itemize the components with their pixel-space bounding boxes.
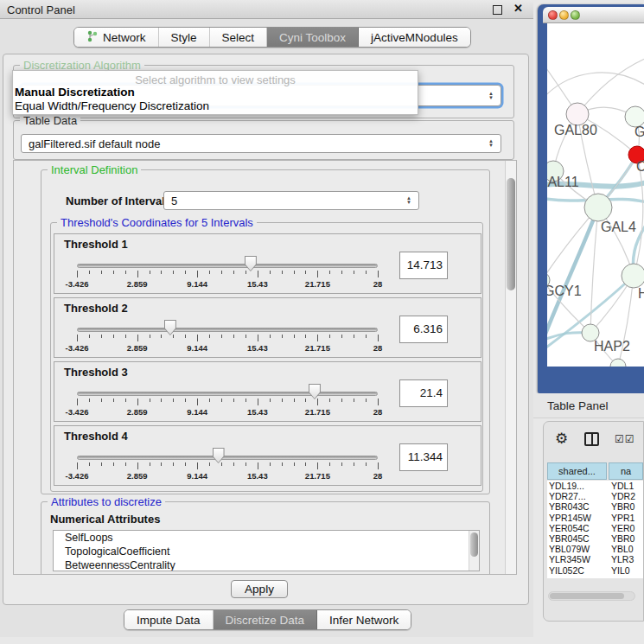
cell-name[interactable]: YDR2 <box>609 491 643 501</box>
cell-shared-name[interactable]: YDR27... <box>547 491 609 501</box>
attributes-list-scrollbar[interactable] <box>469 531 479 571</box>
number-of-intervals-spinner[interactable]: 5 ▲▼ <box>163 191 419 210</box>
slider-tick-label: 9.144 <box>187 343 207 353</box>
svg-text:G.: G. <box>634 124 644 139</box>
slider-thumb[interactable] <box>164 320 176 335</box>
slider-tick <box>113 462 114 466</box>
attribute-list-item[interactable]: TopologicalCoefficient <box>54 545 479 558</box>
threshold-3-slider[interactable]: -3.4262.8599.14415.4321.71528 <box>77 362 378 423</box>
slider-tick <box>89 335 90 338</box>
slider-track[interactable] <box>77 456 378 460</box>
slider-track[interactable] <box>77 264 378 268</box>
tab-network[interactable]: Network <box>74 28 159 47</box>
table-rows[interactable]: YDL19...YDL1YDR27...YDR2YBR043CYBR0YPR14… <box>547 481 643 578</box>
tab-impute-data[interactable]: Impute Data <box>124 610 214 629</box>
slider-tick <box>294 335 295 338</box>
control-panel-tabs: Network Style Select Cyni Toolbox jActiv… <box>73 27 471 48</box>
cell-name[interactable]: YBR0 <box>609 501 643 512</box>
cell-name[interactable]: YER0 <box>609 523 643 533</box>
threshold-4-value-field[interactable]: 11.344 <box>399 443 448 471</box>
threshold-3-value-field[interactable]: 21.4 <box>399 379 448 407</box>
tab-select[interactable]: Select <box>210 28 268 47</box>
table-row[interactable]: YER054CYER0 <box>547 523 643 533</box>
slider-tick <box>150 335 150 338</box>
table-row[interactable]: YDL19...YDL1 <box>547 481 643 491</box>
cell-shared-name[interactable]: YPR145W <box>547 513 609 523</box>
tab-cyni-toolbox[interactable]: Cyni Toolbox <box>267 28 359 47</box>
columns-icon[interactable] <box>584 432 599 446</box>
cell-name[interactable]: YIL0 <box>609 565 643 576</box>
table-row[interactable]: YBR043CYBR0 <box>547 501 643 512</box>
cell-shared-name[interactable]: YIL052C <box>547 565 609 576</box>
slider-tick-label: 21.715 <box>305 343 330 353</box>
threshold-3-panel: Threshold 3 -3.4262.8599.14415.4321.7152… <box>54 361 481 422</box>
close-icon[interactable]: ✕ <box>513 2 523 15</box>
threshold-1-value-field[interactable]: 14.713 <box>399 252 448 279</box>
cell-name[interactable]: YBR0 <box>609 533 643 544</box>
slider-thumb[interactable] <box>309 384 321 399</box>
scrollbar-thumb[interactable] <box>550 593 624 599</box>
window-title: Control Panel <box>7 3 75 16</box>
cell-shared-name[interactable]: YBL079W <box>547 544 609 554</box>
cell-shared-name[interactable]: YBR043C <box>547 501 609 512</box>
table-data-combobox[interactable]: galFiltered.sif default node ▲▼ <box>21 134 501 153</box>
apply-button[interactable]: Apply <box>231 580 288 598</box>
table-row[interactable]: YIL052CYIL0 <box>547 565 643 576</box>
table-row[interactable]: YBR045CYBR0 <box>547 533 643 544</box>
slider-tick <box>101 462 102 466</box>
threshold-2-value-field[interactable]: 6.316 <box>399 316 448 343</box>
table-horizontal-scrollbar[interactable] <box>548 591 635 601</box>
tab-discretize-data[interactable]: Discretize Data <box>214 610 318 629</box>
cell-shared-name[interactable]: YBR045C <box>547 533 609 544</box>
table-row[interactable]: YDR27...YDR2 <box>547 491 643 501</box>
float-window-icon[interactable] <box>493 5 502 15</box>
numerical-attributes-list[interactable]: SelfLoopsTopologicalCoefficientBetweenne… <box>53 530 480 571</box>
gear-icon[interactable]: ⚙ <box>555 430 568 448</box>
slider-thumb[interactable] <box>213 448 225 463</box>
column-header-shared-name[interactable]: shared... <box>547 462 607 480</box>
network-canvas[interactable]: GAL80 G. C GAL11 GAL4 GCY1 H HAP2 <box>547 23 644 367</box>
tab-infer-network[interactable]: Infer Network <box>317 610 411 629</box>
slider-tick <box>341 399 342 402</box>
cell-name[interactable]: YBL0 <box>609 544 643 554</box>
zoom-traffic-light[interactable] <box>571 10 580 20</box>
cell-name[interactable]: YPR1 <box>609 513 643 523</box>
slider-track[interactable] <box>77 328 378 332</box>
settings-vertical-scrollbar[interactable] <box>505 161 516 574</box>
threshold-4-slider[interactable]: -3.4262.8599.14415.4321.71528 <box>77 426 378 487</box>
cell-name[interactable]: YDL1 <box>609 481 643 491</box>
cell-shared-name[interactable]: YDL19... <box>547 481 609 491</box>
tab-jactivemnodules[interactable]: jActiveMNodules <box>359 28 470 47</box>
dropdown-option-equal-width-frequency[interactable]: Equal Width/Frequency Discretization <box>13 99 418 113</box>
slider-track[interactable] <box>77 392 378 396</box>
slider-tick <box>282 271 283 274</box>
table-panel-window: ⚙ ☑☑ shared... na YDL19...YDL1YDR27...YD… <box>543 421 644 622</box>
node-gal4[interactable] <box>584 194 612 221</box>
node-h[interactable] <box>622 264 644 288</box>
column-header-name[interactable]: na <box>609 462 643 480</box>
cell-shared-name[interactable]: YER054C <box>547 523 609 533</box>
attribute-list-item[interactable]: BetweennessCentrality <box>54 558 479 571</box>
table-row[interactable]: YLR345WYLR3 <box>547 554 643 564</box>
slider-tick-label: -3.426 <box>66 343 89 353</box>
slider-tick-label: 28 <box>373 343 383 353</box>
select-columns-icon[interactable]: ☑☑ <box>615 433 635 445</box>
threshold-1-slider[interactable]: -3.4262.8599.14415.4321.71528 <box>77 234 378 295</box>
table-row[interactable]: YBL079WYBL0 <box>547 544 643 554</box>
node-bottom[interactable] <box>610 359 626 367</box>
scrollbar-thumb[interactable] <box>507 178 515 290</box>
cell-name[interactable]: YLR3 <box>609 554 643 564</box>
threshold-2-slider[interactable]: -3.4262.8599.14415.4321.71528 <box>77 298 378 359</box>
table-row[interactable]: YPR145WYPR1 <box>547 513 643 523</box>
slider-tick-label: 28 <box>373 279 383 289</box>
attribute-list-item[interactable]: SelfLoops <box>54 531 479 545</box>
cell-shared-name[interactable]: YLR345W <box>547 554 609 564</box>
dropdown-option-manual-discretization[interactable]: Manual Discretization <box>13 86 418 99</box>
minimize-traffic-light[interactable] <box>559 10 569 20</box>
slider-tick <box>209 399 210 402</box>
scrollbar-thumb[interactable] <box>470 532 478 557</box>
slider-tick <box>270 335 271 338</box>
close-traffic-light[interactable] <box>548 10 558 20</box>
tab-style[interactable]: Style <box>159 28 210 47</box>
slider-thumb[interactable] <box>245 256 257 271</box>
